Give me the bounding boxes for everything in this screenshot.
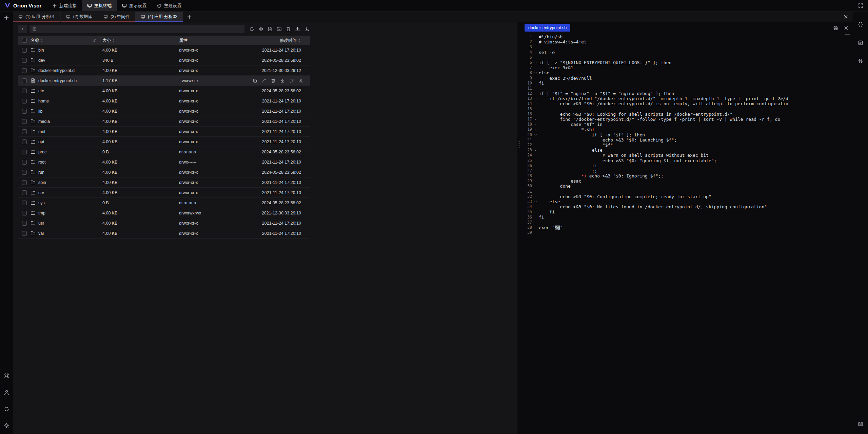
download-icon[interactable] <box>304 26 309 32</box>
panel-resize-handle[interactable] <box>517 22 520 434</box>
table-row[interactable]: sys0 Bdr-xr-xr-x2024-05-28 23:58:02 <box>18 198 310 208</box>
row-checkbox[interactable] <box>22 190 27 195</box>
variables-icon[interactable] <box>858 22 863 27</box>
row-delete-icon[interactable] <box>271 78 276 83</box>
fold-icon[interactable] <box>532 117 539 122</box>
table-row[interactable]: sbin4.00 KBdrwxr-xr-x2021-11-24 17:20:10 <box>18 177 310 188</box>
user-icon[interactable] <box>4 390 9 395</box>
row-checkbox[interactable] <box>22 129 27 134</box>
table-row[interactable]: bin4.00 KBdrwxr-xr-x2021-11-24 17:20:10 <box>18 45 310 55</box>
row-checkbox[interactable] <box>22 160 27 165</box>
sort-size-icon[interactable] <box>112 38 115 43</box>
screenshot-icon[interactable] <box>858 421 863 427</box>
menu-host-terminal[interactable]: 主机终端 <box>82 0 117 11</box>
table-row[interactable]: opt4.00 KBdrwxr-xr-x2021-11-24 17:20:10 <box>18 137 310 147</box>
row-checkbox[interactable] <box>22 180 27 185</box>
fold-icon[interactable] <box>532 127 539 132</box>
row-checkbox[interactable] <box>22 221 27 226</box>
sort-modified-icon[interactable] <box>298 38 301 43</box>
session-tab[interactable]: (4) 应用-分析02 <box>135 12 183 22</box>
shortcut-keys-icon[interactable] <box>4 373 9 379</box>
new-folder-icon[interactable] <box>277 26 282 32</box>
brand[interactable]: Orion Visor <box>4 2 42 9</box>
table-row[interactable]: var4.00 KBdrwxr-xr-x2021-11-24 17:20:10 <box>18 228 310 239</box>
filter-icon[interactable] <box>92 38 96 42</box>
row-checkbox[interactable] <box>22 68 27 73</box>
session-tab[interactable]: (2) 数据库 <box>61 12 98 22</box>
row-move-icon[interactable] <box>289 78 294 83</box>
new-file-icon[interactable] <box>268 26 273 32</box>
table-row[interactable]: mnt4.00 KBdrwxr-xr-x2021-11-24 17:20:10 <box>18 127 310 137</box>
table-row[interactable]: dev340 Bdrwxr-xr-x2024-05-28 23:58:02 <box>18 55 310 65</box>
menu-display-settings[interactable]: 显示设置 <box>117 0 152 11</box>
fold-icon[interactable] <box>532 148 539 153</box>
save-icon[interactable] <box>833 25 838 31</box>
table-row[interactable]: lib4.00 KBdrwxr-xr-x2021-11-24 17:20:10 <box>18 106 310 116</box>
fold-icon[interactable] <box>532 132 539 137</box>
table-row[interactable]: srv4.00 KBdrwxr-xr-x2021-11-24 17:20:10 <box>18 188 310 198</box>
path-input[interactable] <box>29 25 244 33</box>
new-tab-icon[interactable] <box>4 15 9 20</box>
refresh-icon[interactable] <box>249 26 254 32</box>
row-download-icon[interactable] <box>280 78 285 83</box>
row-checkbox[interactable] <box>22 150 27 154</box>
fold-icon[interactable] <box>532 70 539 75</box>
row-checkbox[interactable] <box>22 58 27 63</box>
show-hidden-icon[interactable] <box>258 26 263 32</box>
session-tab[interactable]: (1) 应用-分析01 <box>13 12 61 22</box>
folder-icon <box>31 109 36 114</box>
table-row[interactable]: home4.00 KBdrwxr-xr-x2021-11-24 17:20:10 <box>18 96 310 106</box>
row-checkbox[interactable] <box>22 109 27 114</box>
menu-new-connection[interactable]: 新建连接 <box>47 0 82 11</box>
fold-icon[interactable] <box>532 96 539 101</box>
table-row[interactable]: usr4.00 KBdrwxr-xr-x2021-11-24 17:20:10 <box>18 218 310 228</box>
fold-icon[interactable] <box>532 199 539 204</box>
editor-close-icon[interactable] <box>844 25 849 31</box>
table-row[interactable]: media4.00 KBdrwxr-xr-x2021-11-24 17:20:1… <box>18 116 310 127</box>
table-row[interactable]: root4.00 KBdrwx------2021-11-24 17:20:10 <box>18 157 310 167</box>
row-edit-icon[interactable] <box>262 78 267 83</box>
row-checkbox[interactable] <box>22 231 27 236</box>
row-checkbox[interactable] <box>22 78 27 83</box>
file-modified: 2021-11-24 17:20:10 <box>251 109 310 114</box>
table-row[interactable]: tmp4.00 KBdrwxrwxrwx2021-12-30 03:29:10 <box>18 208 310 218</box>
row-checkbox[interactable] <box>22 89 27 93</box>
scrollbar-thumb[interactable] <box>845 34 850 35</box>
transfer-list-icon[interactable] <box>858 58 863 64</box>
path-list-icon[interactable] <box>32 27 37 31</box>
row-checkbox[interactable] <box>22 170 27 175</box>
fold-icon[interactable] <box>532 60 539 65</box>
fold-icon[interactable] <box>532 122 539 127</box>
sync-icon[interactable] <box>4 406 9 412</box>
table-row[interactable]: proc0 Bdr-xr-xr-x2024-05-28 23:58:02 <box>18 147 310 157</box>
row-checkbox[interactable] <box>22 48 27 53</box>
code-area[interactable]: 1#!/bin/sh2# vim:sw=4:ts=4:et34set -e56i… <box>520 33 853 434</box>
select-all-checkbox[interactable] <box>22 38 27 43</box>
menu-theme-settings[interactable]: 主题设置 <box>152 0 187 11</box>
session-tab[interactable]: (3) 中间件 <box>98 12 135 22</box>
close-panel-icon[interactable] <box>839 12 853 22</box>
back-button[interactable] <box>18 25 27 33</box>
fullscreen-icon[interactable] <box>858 3 863 8</box>
settings-icon[interactable] <box>4 423 9 429</box>
sort-name-icon[interactable] <box>40 38 43 43</box>
table-row[interactable]: docker-entrypoint.sh1.17 KB-rwxrwxr-x <box>18 76 310 86</box>
row-checkbox[interactable] <box>22 139 27 144</box>
row-checkbox[interactable] <box>22 201 27 205</box>
upload-icon[interactable] <box>295 26 300 32</box>
add-session-tab-icon[interactable] <box>183 12 195 22</box>
table-row[interactable]: etc4.00 KBdrwxr-xr-x2024-05-28 23:58:02 <box>18 86 310 96</box>
editor-file-tab[interactable]: docker-entrypoint.sh <box>525 24 570 32</box>
table-row[interactable]: run4.00 KBdrwxr-xr-x2024-05-28 23:58:02 <box>18 167 310 177</box>
row-checkbox[interactable] <box>22 211 27 215</box>
row-checkbox[interactable] <box>22 119 27 124</box>
delete-icon[interactable] <box>286 26 291 32</box>
table-row[interactable]: docker-entrypoint.d4.00 KBdrwxr-xr-x2021… <box>18 65 310 76</box>
row-permissions-icon[interactable] <box>298 78 303 83</box>
row-copy-icon[interactable] <box>253 78 257 83</box>
snippets-icon[interactable] <box>858 40 863 45</box>
row-checkbox[interactable] <box>22 99 27 103</box>
fold-icon[interactable] <box>532 91 539 96</box>
path-field[interactable] <box>39 26 242 31</box>
folder-icon <box>31 159 36 165</box>
